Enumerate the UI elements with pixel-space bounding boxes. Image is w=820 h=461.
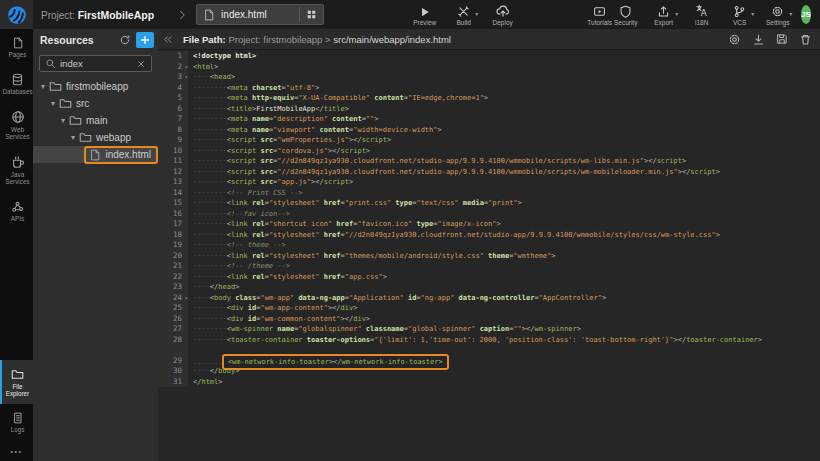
tree-item-firstmobileapp[interactable]: ▾firstmobileapp [33,78,158,95]
play-icon [419,6,431,18]
save-icon[interactable] [776,33,788,46]
code-line-18[interactable]: 18········<link rel="stylesheet" href="/… [158,230,820,241]
code-line-11[interactable]: 11········<script src="//d2n849qz1ya930.… [158,156,820,167]
sidebar-item-pages[interactable]: Pages [0,29,33,65]
video-icon [593,5,606,18]
add-resource-button[interactable] [136,32,154,48]
preview-button[interactable]: Preview [412,4,438,26]
code-line-5[interactable]: 5········<meta http-equiv="X-UA-Compatib… [158,93,820,104]
code-line-29[interactable]: 29········<wm-network-info-toaster></wm-… [158,356,820,367]
folder-icon [11,368,24,381]
tree-item-src[interactable]: ▾src [33,95,158,112]
tree-item-label: index.html [105,149,151,160]
line-number: 13 [158,177,188,188]
code-line-27[interactable]: 27········<wm-spinner name="globalspinne… [158,324,820,335]
i18n-button[interactable]: Ai18N [689,4,715,26]
sidebar-item-logs[interactable]: Logs [0,404,33,440]
settings-button[interactable]: ▾Settings [765,4,791,26]
caret-down-icon[interactable]: ▾ [38,82,48,91]
editor-toolbar [728,33,812,46]
vcs-button[interactable]: ▾VCS [727,4,753,26]
plus-icon [139,34,151,46]
action-label: Security [614,19,637,26]
caret-down-icon: ▾ [475,10,478,17]
tree-item-webapp[interactable]: ▾webapp [33,129,158,146]
clear-search-icon[interactable] [136,59,146,69]
trash-icon[interactable] [799,33,812,46]
code-line-14[interactable]: 14········<!-- Print CSS --> [158,188,820,199]
app-logo[interactable] [0,0,33,29]
file-icon [12,37,24,49]
code-line-13[interactable]: 13········<script src="app.js"></script> [158,177,820,188]
code-line-15[interactable]: 15········<link rel="stylesheet" href="p… [158,198,820,209]
search-input[interactable] [56,58,136,69]
code-line-17[interactable]: 17········<link rel="shortcut icon" href… [158,219,820,230]
code-line-3[interactable]: 3▾····<head> [158,72,820,83]
refresh-icon[interactable] [119,34,131,46]
resources-header: Resources [33,29,158,51]
action-label: Build [456,19,470,26]
deploy-button[interactable]: Deploy [490,4,516,26]
tree-item-index.html[interactable]: index.html [33,146,158,163]
line-number: 28 [158,335,188,346]
resources-panel: Resources ▾firstmobileapp▾src▾main▾webap… [33,29,158,461]
code-line-4[interactable]: 4········<meta charset="utf-8"> [158,83,820,94]
project-name: FirstMobileApp [78,9,154,21]
line-number: 7 [158,114,188,125]
code-line-12[interactable]: 12········<script src="//d2n849qz1ya930.… [158,167,820,178]
code-line-2[interactable]: 2▾<html> [158,62,820,73]
code-line-24[interactable]: 24▾····<body class="wm-app" data-ng-app=… [158,293,820,304]
sidebar-item-apis[interactable]: APIs [0,192,33,229]
tree-item-main[interactable]: ▾main [33,112,158,129]
sidebar-item-java-services[interactable]: Java Services [0,147,33,192]
file-path-label: File Path: [183,34,226,45]
open-file-tab[interactable]: index.html [196,4,324,25]
code-line-20[interactable]: 20········<link rel="stylesheet" href="t… [158,251,820,262]
sidebar-more-button[interactable]: ••• [0,440,33,461]
api-icon [11,200,24,213]
code-line-19[interactable]: 19········<!-- theme --> [158,240,820,251]
code-line-28[interactable]: 28········<toaster-container toaster-opt… [158,335,820,346]
code-line-6[interactable]: 6········<title>FirstMobileApp</title> [158,104,820,115]
build-button[interactable]: ▾Build [451,4,477,26]
collapse-panel-icon[interactable] [162,34,173,45]
code-line-8[interactable]: 8········<meta name="viewport" content="… [158,125,820,136]
line-number: 10 [158,146,188,157]
sidebar-item-web-services[interactable]: Web Services [0,102,33,147]
code-line-21[interactable]: 21········<!-- /theme --> [158,261,820,272]
db-icon [11,73,24,86]
code-line-7[interactable]: 7········<meta name="description" conten… [158,114,820,125]
folder-icon [59,97,72,110]
sidebar-item-file-explorer[interactable]: File Explorer [0,360,33,404]
file-icon [203,9,215,21]
code-line-1[interactable]: 1<!doctype html> [158,51,820,62]
line-number: 26 [158,314,188,325]
line-number: 6 [158,104,188,115]
sidebar-item-databases[interactable]: Databases [0,65,33,102]
folder-icon [79,131,92,144]
code-lines[interactable]: 1<!doctype html>2▾<html>3▾····<head>4···… [158,51,820,461]
caret-down-icon[interactable]: ▾ [58,116,68,125]
code-line-31[interactable]: 31</html> [158,377,820,388]
resources-search[interactable] [39,55,152,72]
caret-down-icon[interactable]: ▾ [48,99,58,108]
line-number [158,345,188,356]
gear-icon[interactable] [728,33,741,46]
tutorials-button[interactable]: Tutorials [587,4,613,26]
code-line-26[interactable]: 26········<div id="wm-common-content"></… [158,314,820,325]
grid-icon[interactable] [306,9,317,20]
wavemaker-logo-icon [7,5,27,25]
security-button[interactable]: Security [613,4,639,26]
project-label: Project: [41,10,75,21]
export-button[interactable]: ▾Export [651,4,677,26]
caret-down-icon[interactable]: ▾ [68,133,78,142]
code-line-22[interactable]: 22········<link rel="stylesheet" href="a… [158,272,820,283]
code-line-9[interactable]: 9········<script src="wmProperties.js"><… [158,135,820,146]
user-avatar[interactable]: JS [801,5,811,24]
code-line-23[interactable]: 23····</head> [158,282,820,293]
code-line-16[interactable]: 16········<!--fav icon--> [158,209,820,220]
download-icon[interactable] [752,33,765,46]
code-line-10[interactable]: 10········<script src="cordova.js"></scr… [158,146,820,157]
line-number: 1 [158,51,188,62]
code-line-25[interactable]: 25········<div id="wm-app-content"></div… [158,303,820,314]
